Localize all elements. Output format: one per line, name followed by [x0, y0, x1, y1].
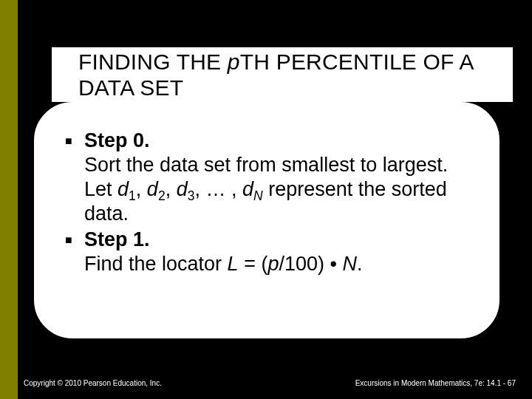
page-ref-text: Excursions in Modern Mathematics, 7e: 14…	[355, 379, 516, 387]
step-label: Step 1.	[84, 228, 150, 250]
left-sidebar-stripe	[0, 0, 18, 399]
step-text: Find the locator L = (p/100) • N.	[84, 253, 362, 275]
step-body: Step 0. Sort the data set from smallest …	[84, 129, 473, 226]
title-pre: FINDING THE	[78, 50, 228, 74]
step-body: Step 1. Find the locator L = (p/100) • N…	[84, 228, 473, 276]
list-item: ■ Step 1. Find the locator L = (p/100) •…	[64, 228, 473, 276]
title-italic: p	[228, 50, 240, 74]
step-text: Sort the data set from smallest to large…	[84, 154, 448, 225]
list-item: ■ Step 0. Sort the data set from smalles…	[64, 129, 473, 226]
content-area: ■ Step 0. Sort the data set from smalles…	[31, 99, 502, 341]
slide-title: FINDING THE pTH PERCENTILE OF A DATA SET	[52, 47, 513, 103]
footer: Copyright © 2010 Pearson Education, Inc.…	[24, 379, 516, 387]
title-bar: FINDING THE pTH PERCENTILE OF A DATA SET	[52, 44, 513, 105]
copyright-text: Copyright © 2010 Pearson Education, Inc.	[24, 379, 162, 387]
bullet-icon: ■	[64, 228, 84, 276]
step-label: Step 0.	[84, 129, 150, 151]
bullet-icon: ■	[64, 129, 84, 226]
content-box-wrap: ■ Step 0. Sort the data set from smalles…	[31, 99, 502, 341]
slide: FINDING THE pTH PERCENTILE OF A DATA SET…	[0, 0, 532, 399]
